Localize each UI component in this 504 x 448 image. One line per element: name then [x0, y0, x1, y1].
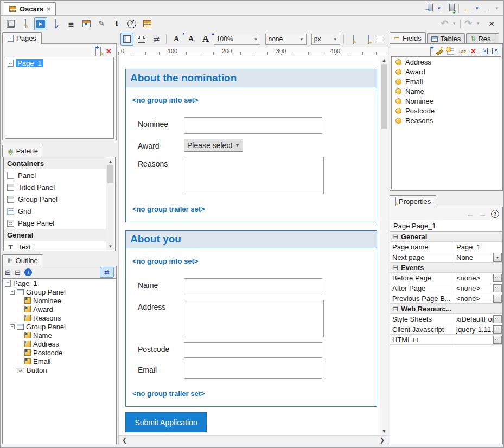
property-value[interactable]: None	[454, 253, 493, 261]
deploy-dropdown-icon[interactable]: ▼	[437, 7, 441, 11]
outline-tree-node[interactable]: − Reasons	[3, 313, 116, 322]
property-row[interactable]: Previous Page B... <none>	[390, 293, 502, 304]
design-canvas[interactable]: About the nomination <no group info set>…	[119, 56, 380, 435]
palette-item[interactable]: Group Panel	[4, 193, 106, 205]
property-value[interactable]: <none>	[454, 295, 493, 303]
form-field-row[interactable]: Name ▼	[131, 278, 371, 295]
property-row[interactable]: Page name Page_1	[390, 242, 502, 252]
group-panel-header[interactable]: About you	[126, 231, 377, 248]
fields-list[interactable]: Address Award Email	[391, 56, 501, 189]
tree-expander-icon[interactable]: −	[10, 324, 15, 329]
tab-resources[interactable]: ⇅ Res..	[466, 33, 499, 44]
undo-icon[interactable]: ↶	[441, 19, 448, 28]
server-status-icon[interactable]: ✓	[449, 4, 455, 13]
property-value[interactable]: <none>	[454, 274, 493, 282]
edit-script-button[interactable]: ↪	[362, 33, 375, 46]
tree-expander-icon[interactable]: −	[10, 290, 15, 295]
group-info-placeholder[interactable]: <no group info set>	[132, 257, 371, 265]
scroll-down-icon[interactable]: ▼	[382, 428, 387, 434]
outline-tree-node[interactable]: − Page_1	[3, 279, 116, 287]
scroll-up-icon[interactable]: ▲	[109, 159, 113, 164]
property-help-icon[interactable]: ?	[491, 210, 499, 218]
palette-item[interactable]: Text	[4, 241, 106, 251]
group-panel-nomination[interactable]: About the nomination <no group info set>…	[125, 69, 377, 222]
property-action-button[interactable]	[493, 284, 502, 292]
decrease-font-button[interactable]: A▼	[170, 33, 183, 46]
field-input[interactable]: Please select▼	[184, 139, 243, 152]
palette-item[interactable]: General	[4, 229, 106, 241]
outline-tree-node[interactable]: − Name	[3, 331, 116, 340]
copy-page-button[interactable]: ✎	[100, 47, 101, 55]
tab-pages[interactable]: Pages	[2, 32, 42, 44]
scroll-thumb[interactable]	[107, 165, 113, 183]
field-list-item[interactable]: Postcode	[392, 106, 501, 116]
palette-item[interactable]: Panel	[4, 169, 106, 181]
property-value[interactable]: <none>	[454, 284, 493, 292]
tab-outline[interactable]: ⊫ Outline	[2, 254, 43, 266]
property-row[interactable]: Next page None	[390, 252, 502, 263]
property-row[interactable]: After Page <none>	[390, 283, 502, 293]
run-preview-button[interactable]: ▶	[34, 17, 47, 30]
save-button[interactable]	[4, 17, 17, 30]
outline-tree-node[interactable]: − Postcode	[3, 348, 116, 357]
field-list-item[interactable]: Email	[392, 76, 501, 86]
property-row[interactable]: Web Resourc...	[390, 304, 502, 314]
palette-list[interactable]: ▲ ▼ Containers Panel	[3, 157, 116, 251]
scroll-right-icon[interactable]: ❯	[380, 437, 385, 444]
deploy-icon[interactable]: →	[428, 4, 433, 13]
navigate-forward-icon[interactable]: →	[483, 4, 491, 12]
toggle-layout-view-button[interactable]	[120, 33, 133, 46]
field-input[interactable]: ▼	[184, 342, 322, 358]
group-info-placeholder[interactable]: <no group info set>	[132, 96, 371, 104]
field-input[interactable]: ▼	[184, 278, 322, 295]
redo-dropdown-icon[interactable]: ▼	[476, 22, 480, 26]
palette-item[interactable]: Grid	[4, 205, 106, 217]
palette-item[interactable]: Titled Panel	[4, 181, 106, 193]
outline-tree-node[interactable]: − Address	[3, 340, 116, 348]
scroll-thumb[interactable]	[381, 64, 387, 129]
annotate-button[interactable]: ✎	[95, 17, 108, 30]
property-row[interactable]: HTML++	[390, 335, 502, 345]
property-action-button[interactable]	[493, 274, 502, 282]
field-list-item[interactable]: Reasons	[392, 116, 501, 125]
outline-tree-node[interactable]: − Button	[3, 366, 116, 374]
tab-palette[interactable]: ◉ Palette	[2, 145, 43, 157]
help-button[interactable]: ?	[125, 17, 138, 30]
outline-tree-node[interactable]: − Nominee	[3, 296, 116, 305]
property-row[interactable]: Style Sheets xiDefaultFonts....	[390, 314, 502, 324]
undo-dropdown-icon[interactable]: ▼	[452, 22, 456, 26]
delete-field-button[interactable]: ✕	[470, 48, 476, 55]
property-row[interactable]: General	[390, 232, 502, 242]
style-select[interactable]: none▼	[265, 34, 306, 45]
back-dropdown-icon[interactable]: ▼	[475, 7, 479, 11]
tables-button[interactable]	[141, 17, 154, 30]
field-input[interactable]: ▼	[184, 363, 322, 379]
property-forward-icon[interactable]: →	[479, 210, 487, 218]
outline-tree-node[interactable]: − Group Panel	[3, 287, 116, 296]
validate-button[interactable]: ✓	[49, 17, 62, 30]
property-action-button[interactable]	[493, 325, 502, 334]
field-list-item[interactable]: Nominee	[392, 96, 501, 106]
add-field-button[interactable]: +	[430, 47, 431, 55]
scroll-up-icon[interactable]: ▲	[382, 57, 387, 63]
field-list-item[interactable]: Address	[392, 57, 501, 67]
tab-properties[interactable]: ✎ Properties	[390, 195, 436, 207]
scroll-down-icon[interactable]: ▼	[109, 244, 113, 249]
property-action-button[interactable]	[493, 295, 502, 303]
refresh-button[interactable]: ⇄	[150, 33, 163, 46]
checklist-button[interactable]: ≣	[65, 17, 78, 30]
sort-fields-button[interactable]: ↓az	[458, 48, 467, 54]
maximize-canvas-button[interactable]	[377, 36, 382, 42]
field-input[interactable]: ▼	[184, 157, 324, 194]
field-list-item[interactable]: Name	[392, 86, 501, 96]
form-field-row[interactable]: Nominee ▼	[131, 117, 371, 134]
import-fields-button[interactable]	[447, 48, 454, 55]
zoom-select[interactable]: 100%▼	[214, 34, 261, 45]
print-button[interactable]	[135, 33, 148, 46]
edit-form-button[interactable]: ✎	[19, 17, 32, 30]
group-panel-about-you[interactable]: About you <no group info set> Name ▼	[125, 230, 377, 407]
expand-all-button[interactable]: ⊞	[5, 269, 11, 276]
forward-dropdown-icon[interactable]: ▼	[495, 7, 499, 11]
property-value[interactable]: jquery-1.11.3....	[454, 325, 493, 334]
form-field-row[interactable]: Email ▼	[131, 363, 371, 379]
